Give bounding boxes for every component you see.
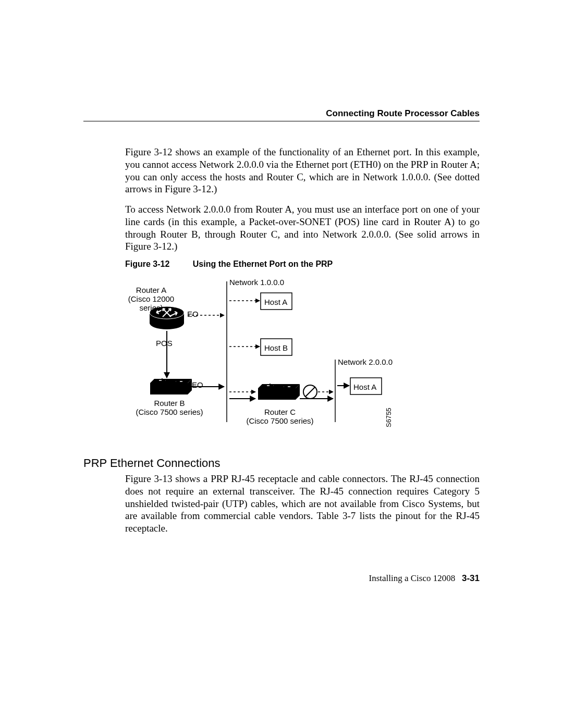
page-footer: Installing a Cisco 12008 3-31 — [369, 573, 480, 584]
pos-label: POS — [156, 339, 173, 348]
host-a-label: Host A — [264, 298, 287, 306]
router-b-label-2: (Cisco 7500 series) — [136, 408, 203, 416]
eo-label-1: EO — [187, 310, 199, 318]
body-paragraph-2: To access Network 2.0.0.0 from Router A,… — [125, 203, 480, 253]
body-paragraph-1: Figure 3-12 shows an example of the func… — [125, 146, 480, 195]
footer-page-number: 3-31 — [462, 573, 480, 583]
svg-rect-8 — [258, 388, 296, 400]
router-c-label-1: Router C — [246, 408, 314, 416]
body-paragraph-3: Figure 3-13 shows a PRP RJ-45 receptacle… — [125, 473, 480, 535]
router-a-label-2: (Cisco 12000 series) — [120, 294, 182, 312]
router-a-label-1: Router A — [120, 286, 182, 294]
section-title: PRP Ethernet Connections — [83, 456, 221, 470]
network-2-label: Network 2.0.0.0 — [338, 357, 393, 366]
network-1-label: Network 1.0.0.0 — [229, 278, 284, 287]
figure-title: Using the Ethernet Port on the PRP — [193, 260, 333, 268]
eo-label-2: EO — [192, 380, 203, 389]
header-rule — [83, 121, 480, 121]
router-c-icon — [258, 384, 300, 400]
figure-number: Figure 3-12 — [125, 260, 169, 268]
figure-3-12: Router A (Cisco 12000 series) Network 1.… — [125, 276, 417, 438]
host-a2-label: Host A — [353, 382, 376, 391]
figure-id: S6755 — [385, 408, 393, 427]
footer-doc-title: Installing a Cisco 12008 — [369, 573, 455, 583]
figure-caption: Figure 3-12 Using the Ethernet Port on t… — [125, 260, 333, 269]
router-c-label-2: (Cisco 7500 series) — [246, 416, 314, 425]
document-page: Connecting Route Processor Cables Figure… — [0, 0, 563, 728]
running-head: Connecting Route Processor Cables — [326, 108, 480, 119]
blocked-icon — [303, 385, 317, 399]
svg-rect-5 — [150, 383, 188, 394]
router-b-label-1: Router B — [136, 399, 203, 408]
host-b-label: Host B — [264, 343, 288, 352]
router-b-icon — [150, 379, 192, 394]
